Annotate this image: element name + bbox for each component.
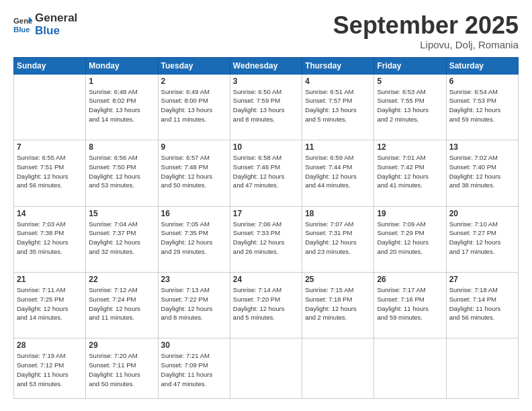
calendar-cell: 23Sunrise: 7:13 AM Sunset: 7:22 PM Dayli…	[158, 273, 230, 338]
calendar-cell: 13Sunrise: 7:02 AM Sunset: 7:40 PM Dayli…	[446, 140, 518, 206]
day-info: Sunrise: 6:59 AM Sunset: 7:44 PM Dayligh…	[305, 153, 371, 190]
day-number: 16	[161, 209, 227, 218]
day-number: 22	[89, 275, 154, 284]
location: Lipovu, Dolj, Romania	[333, 39, 519, 50]
day-info: Sunrise: 7:10 AM Sunset: 7:27 PM Dayligh…	[449, 220, 515, 257]
day-number: 6	[449, 77, 515, 86]
day-info: Sunrise: 6:56 AM Sunset: 7:50 PM Dayligh…	[89, 153, 154, 190]
day-number: 8	[89, 142, 154, 152]
calendar-cell: 30Sunrise: 7:21 AM Sunset: 7:09 PM Dayli…	[158, 338, 230, 399]
calendar-cell: 3Sunrise: 6:50 AM Sunset: 7:59 PM Daylig…	[230, 74, 302, 140]
day-info: Sunrise: 7:20 AM Sunset: 7:11 PM Dayligh…	[89, 351, 154, 388]
calendar-cell	[446, 338, 518, 399]
page: General Blue General Blue September 2025…	[0, 0, 532, 411]
weekday-header-saturday: Saturday	[446, 57, 518, 74]
day-number: 12	[377, 142, 443, 152]
calendar-cell: 21Sunrise: 7:11 AM Sunset: 7:25 PM Dayli…	[14, 273, 86, 338]
day-info: Sunrise: 7:09 AM Sunset: 7:29 PM Dayligh…	[377, 220, 443, 257]
logo-icon: General Blue	[13, 15, 32, 34]
calendar-cell: 29Sunrise: 7:20 AM Sunset: 7:11 PM Dayli…	[86, 338, 158, 399]
day-info: Sunrise: 7:21 AM Sunset: 7:09 PM Dayligh…	[161, 351, 227, 388]
calendar-cell: 25Sunrise: 7:15 AM Sunset: 7:18 PM Dayli…	[302, 273, 374, 338]
weekday-header-sunday: Sunday	[14, 57, 86, 74]
weekday-header-friday: Friday	[374, 57, 446, 74]
day-number: 2	[161, 77, 227, 86]
day-number: 27	[449, 275, 515, 284]
day-number: 28	[17, 340, 83, 350]
day-number: 23	[161, 275, 227, 284]
calendar-week-5: 28Sunrise: 7:19 AM Sunset: 7:12 PM Dayli…	[14, 338, 519, 399]
header: General Blue General Blue September 2025…	[13, 12, 519, 50]
day-number: 14	[17, 209, 83, 218]
calendar-cell	[374, 338, 446, 399]
month-title: September 2025	[333, 12, 519, 39]
calendar-cell: 2Sunrise: 6:49 AM Sunset: 8:00 PM Daylig…	[158, 74, 230, 140]
calendar-week-1: 1Sunrise: 6:48 AM Sunset: 8:02 PM Daylig…	[14, 74, 519, 140]
calendar-cell: 8Sunrise: 6:56 AM Sunset: 7:50 PM Daylig…	[86, 140, 158, 206]
day-info: Sunrise: 7:11 AM Sunset: 7:25 PM Dayligh…	[17, 285, 83, 322]
calendar-cell: 26Sunrise: 7:17 AM Sunset: 7:16 PM Dayli…	[374, 273, 446, 338]
day-number: 3	[233, 77, 299, 86]
day-info: Sunrise: 7:07 AM Sunset: 7:31 PM Dayligh…	[305, 220, 371, 257]
calendar-cell: 4Sunrise: 6:51 AM Sunset: 7:57 PM Daylig…	[302, 74, 374, 140]
calendar-cell: 12Sunrise: 7:01 AM Sunset: 7:42 PM Dayli…	[374, 140, 446, 206]
calendar-cell: 22Sunrise: 7:12 AM Sunset: 7:24 PM Dayli…	[86, 273, 158, 338]
day-number: 19	[377, 209, 443, 218]
day-info: Sunrise: 7:13 AM Sunset: 7:22 PM Dayligh…	[161, 285, 227, 322]
calendar-cell: 16Sunrise: 7:05 AM Sunset: 7:35 PM Dayli…	[158, 206, 230, 272]
weekday-header-tuesday: Tuesday	[158, 57, 230, 74]
day-info: Sunrise: 7:18 AM Sunset: 7:14 PM Dayligh…	[449, 285, 515, 322]
weekday-header-thursday: Thursday	[302, 57, 374, 74]
day-info: Sunrise: 7:12 AM Sunset: 7:24 PM Dayligh…	[89, 285, 154, 322]
day-number: 5	[377, 77, 443, 86]
day-info: Sunrise: 7:19 AM Sunset: 7:12 PM Dayligh…	[17, 351, 83, 388]
day-info: Sunrise: 6:57 AM Sunset: 7:48 PM Dayligh…	[161, 153, 227, 190]
calendar-cell: 27Sunrise: 7:18 AM Sunset: 7:14 PM Dayli…	[446, 273, 518, 338]
day-number: 15	[89, 209, 154, 218]
day-number: 1	[89, 77, 154, 86]
day-number: 21	[17, 275, 83, 284]
calendar-cell: 6Sunrise: 6:54 AM Sunset: 7:53 PM Daylig…	[446, 74, 518, 140]
calendar-cell: 9Sunrise: 6:57 AM Sunset: 7:48 PM Daylig…	[158, 140, 230, 206]
day-number: 7	[17, 142, 83, 152]
weekday-header-row: SundayMondayTuesdayWednesdayThursdayFrid…	[14, 57, 519, 74]
svg-text:Blue: Blue	[13, 25, 30, 33]
weekday-header-wednesday: Wednesday	[230, 57, 302, 74]
day-number: 18	[305, 209, 371, 218]
day-info: Sunrise: 7:15 AM Sunset: 7:18 PM Dayligh…	[305, 285, 371, 322]
day-info: Sunrise: 7:06 AM Sunset: 7:33 PM Dayligh…	[233, 220, 299, 257]
calendar-cell	[14, 74, 86, 140]
day-info: Sunrise: 6:51 AM Sunset: 7:57 PM Dayligh…	[305, 87, 371, 124]
title-block: September 2025 Lipovu, Dolj, Romania	[333, 12, 519, 50]
day-info: Sunrise: 7:04 AM Sunset: 7:37 PM Dayligh…	[89, 220, 154, 257]
calendar-cell: 5Sunrise: 6:53 AM Sunset: 7:55 PM Daylig…	[374, 74, 446, 140]
calendar-table: SundayMondayTuesdayWednesdayThursdayFrid…	[13, 57, 519, 399]
logo: General Blue General Blue	[13, 12, 77, 37]
day-number: 17	[233, 209, 299, 218]
day-info: Sunrise: 7:01 AM Sunset: 7:42 PM Dayligh…	[377, 153, 443, 190]
day-info: Sunrise: 6:58 AM Sunset: 7:46 PM Dayligh…	[233, 153, 299, 190]
day-number: 10	[233, 142, 299, 152]
day-info: Sunrise: 7:05 AM Sunset: 7:35 PM Dayligh…	[161, 220, 227, 257]
calendar-week-2: 7Sunrise: 6:55 AM Sunset: 7:51 PM Daylig…	[14, 140, 519, 206]
calendar-cell: 19Sunrise: 7:09 AM Sunset: 7:29 PM Dayli…	[374, 206, 446, 272]
day-info: Sunrise: 6:55 AM Sunset: 7:51 PM Dayligh…	[17, 153, 83, 190]
day-number: 13	[449, 142, 515, 152]
day-info: Sunrise: 6:50 AM Sunset: 7:59 PM Dayligh…	[233, 87, 299, 124]
calendar-week-3: 14Sunrise: 7:03 AM Sunset: 7:38 PM Dayli…	[14, 206, 519, 272]
day-number: 26	[377, 275, 443, 284]
calendar-cell: 7Sunrise: 6:55 AM Sunset: 7:51 PM Daylig…	[14, 140, 86, 206]
day-info: Sunrise: 7:14 AM Sunset: 7:20 PM Dayligh…	[233, 285, 299, 322]
logo-general: General	[35, 12, 77, 25]
day-info: Sunrise: 6:53 AM Sunset: 7:55 PM Dayligh…	[377, 87, 443, 124]
calendar-cell: 20Sunrise: 7:10 AM Sunset: 7:27 PM Dayli…	[446, 206, 518, 272]
day-number: 20	[449, 209, 515, 218]
calendar-cell: 11Sunrise: 6:59 AM Sunset: 7:44 PM Dayli…	[302, 140, 374, 206]
day-number: 24	[233, 275, 299, 284]
day-number: 4	[305, 77, 371, 86]
calendar-cell: 28Sunrise: 7:19 AM Sunset: 7:12 PM Dayli…	[14, 338, 86, 399]
calendar-cell: 18Sunrise: 7:07 AM Sunset: 7:31 PM Dayli…	[302, 206, 374, 272]
day-info: Sunrise: 7:03 AM Sunset: 7:38 PM Dayligh…	[17, 220, 83, 257]
day-number: 9	[161, 142, 227, 152]
calendar-cell: 10Sunrise: 6:58 AM Sunset: 7:46 PM Dayli…	[230, 140, 302, 206]
